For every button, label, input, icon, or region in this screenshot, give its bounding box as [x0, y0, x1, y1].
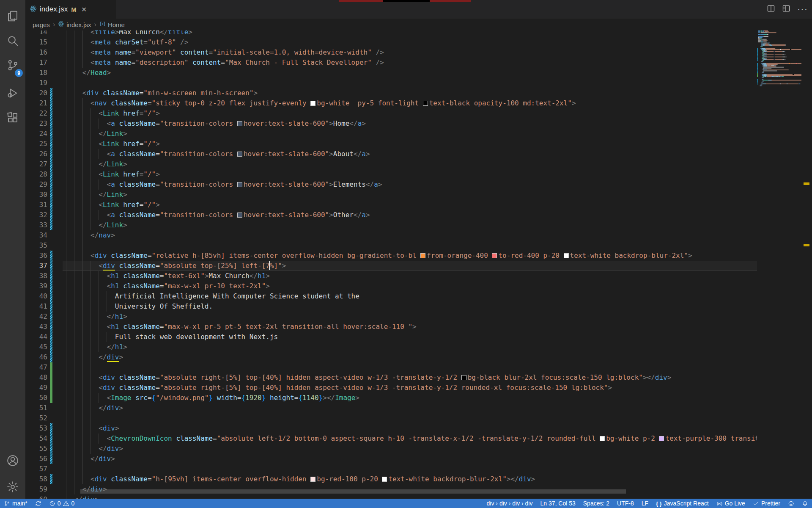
- code-line[interactable]: 16 <meta name="viewport" content="initia…: [25, 47, 757, 58]
- line-number[interactable]: 39: [25, 281, 47, 291]
- breadcrumb-item-Home[interactable]: Home: [99, 21, 125, 28]
- code-line[interactable]: 28 <Link href="/">: [25, 169, 757, 179]
- line-number[interactable]: 32: [25, 210, 47, 220]
- activity-item-accounts[interactable]: [0, 450, 25, 471]
- code-line[interactable]: 42 </h1>: [25, 312, 757, 322]
- code-line[interactable]: 52: [25, 413, 757, 423]
- activity-item-source-control[interactable]: 9: [0, 55, 25, 75]
- line-number[interactable]: 57: [25, 464, 47, 474]
- code-line[interactable]: 54 <ChevronDownIcon className="absolute …: [25, 433, 757, 444]
- code-line[interactable]: 21 <nav className="sticky top-0 z-20 fle…: [25, 98, 757, 108]
- code-line[interactable]: 25 <Link href="/">: [25, 139, 757, 149]
- indentation-status[interactable]: Spaces: 2: [579, 499, 613, 508]
- code-line[interactable]: 22 <Link href="/">: [25, 108, 757, 119]
- code-line[interactable]: 38 <h1 className="text-6xl">Max Church</…: [25, 271, 757, 281]
- line-number[interactable]: 35: [25, 240, 47, 251]
- code-line[interactable]: 49 <div className="absolute right-[5%] t…: [25, 383, 757, 393]
- code-line[interactable]: 17 <meta name="description" content="Max…: [25, 58, 757, 68]
- line-number[interactable]: 49: [25, 383, 47, 393]
- code-line[interactable]: 36 <div className="relative h-[85vh] ite…: [25, 251, 757, 261]
- code-line[interactable]: 47: [25, 362, 757, 373]
- line-number[interactable]: 30: [25, 190, 47, 200]
- line-number[interactable]: 37: [25, 261, 47, 271]
- code-line[interactable]: 27 </Link>: [25, 159, 757, 169]
- line-number[interactable]: 20: [25, 88, 47, 98]
- line-number[interactable]: 31: [25, 200, 47, 210]
- minimap[interactable]: [757, 30, 801, 499]
- prettier-status[interactable]: Prettier: [749, 499, 784, 508]
- line-number[interactable]: 38: [25, 271, 47, 281]
- line-number[interactable]: 17: [25, 58, 47, 68]
- line-number[interactable]: 18: [25, 68, 47, 78]
- code-line[interactable]: 60 </div>: [25, 494, 757, 499]
- code-line[interactable]: 32 <a className="transition-colors hover…: [25, 210, 757, 220]
- feedback-status[interactable]: [784, 499, 798, 508]
- code-line[interactable]: 41 University Of Sheffield.: [25, 301, 757, 312]
- code-line[interactable]: 18 </Head>: [25, 68, 757, 78]
- line-number[interactable]: 47: [25, 362, 47, 373]
- code-line[interactable]: 55 </div>: [25, 444, 757, 454]
- go-live-status[interactable]: Go Live: [713, 499, 749, 508]
- line-number[interactable]: 21: [25, 98, 47, 108]
- customize-layout-icon[interactable]: [782, 4, 790, 14]
- code-line[interactable]: 57: [25, 464, 757, 474]
- code-line[interactable]: 46 </div>: [25, 352, 757, 362]
- line-number[interactable]: 16: [25, 47, 47, 58]
- sync-status[interactable]: [31, 499, 45, 508]
- line-number[interactable]: 52: [25, 413, 47, 423]
- horizontal-scrollbar[interactable]: [80, 489, 626, 494]
- branch-status[interactable]: main*: [0, 499, 31, 508]
- tab-index-jsx[interactable]: index.jsx M ×: [25, 0, 116, 19]
- code-line[interactable]: 56 </div>: [25, 454, 757, 464]
- line-number[interactable]: 56: [25, 454, 47, 464]
- split-editor-icon[interactable]: [767, 4, 775, 14]
- cursor-position-status[interactable]: Ln 37, Col 53: [536, 499, 579, 508]
- line-number[interactable]: 45: [25, 342, 47, 352]
- code-line[interactable]: 45 </h1>: [25, 342, 757, 352]
- line-number[interactable]: 46: [25, 352, 47, 362]
- code-line[interactable]: 19: [25, 78, 757, 88]
- code-line[interactable]: 26 <a className="transition-colors hover…: [25, 149, 757, 159]
- activity-item-extensions[interactable]: [0, 108, 25, 128]
- line-number[interactable]: 41: [25, 301, 47, 312]
- line-number[interactable]: 60: [25, 494, 47, 499]
- line-number[interactable]: 54: [25, 433, 47, 444]
- encoding-status[interactable]: UTF-8: [613, 499, 638, 508]
- line-number[interactable]: 44: [25, 332, 47, 342]
- code-line[interactable]: 14 <title>Max Church</title>: [25, 30, 757, 37]
- line-number[interactable]: 15: [25, 37, 47, 47]
- line-number[interactable]: 53: [25, 423, 47, 433]
- code-line[interactable]: 39 <h1 className="max-w-xl pr-10 text-2x…: [25, 281, 757, 291]
- line-number[interactable]: 51: [25, 403, 47, 413]
- line-number[interactable]: 36: [25, 251, 47, 261]
- breadcrumb-item-pages[interactable]: pages: [33, 21, 50, 28]
- breadcrumb-item-index-jsx[interactable]: index.jsx: [58, 21, 91, 28]
- code-line[interactable]: 29 <a className="transition-colors hover…: [25, 179, 757, 190]
- line-number[interactable]: 59: [25, 484, 47, 494]
- line-number[interactable]: 40: [25, 291, 47, 301]
- line-number[interactable]: 28: [25, 169, 47, 179]
- line-number[interactable]: 42: [25, 312, 47, 322]
- code-line[interactable]: 53 <div>: [25, 423, 757, 433]
- code-line[interactable]: 50 <Image src={"/window.png"} width={192…: [25, 393, 757, 403]
- line-number[interactable]: 43: [25, 322, 47, 332]
- activity-item-explorer[interactable]: [0, 6, 25, 26]
- code-line[interactable]: 33 </Link>: [25, 220, 757, 230]
- line-number[interactable]: 26: [25, 149, 47, 159]
- more-actions-icon[interactable]: ···: [797, 4, 808, 15]
- code-line[interactable]: 30 </Link>: [25, 190, 757, 200]
- code-line[interactable]: 34 </nav>: [25, 230, 757, 240]
- line-number[interactable]: 48: [25, 373, 47, 383]
- code-line[interactable]: 51 </div>: [25, 403, 757, 413]
- eol-status[interactable]: LF: [638, 499, 652, 508]
- code-line[interactable]: 58 <div className="h-[95vh] items-center…: [25, 474, 757, 484]
- line-number[interactable]: 23: [25, 119, 47, 129]
- activity-item-run-debug[interactable]: [0, 83, 25, 103]
- code-line[interactable]: 43 <h1 className="max-w-xl pr-5 pt-5 tex…: [25, 322, 757, 332]
- code-line[interactable]: 40 Artificial Intelligence With Computer…: [25, 291, 757, 301]
- code-line[interactable]: 31 <Link href="/">: [25, 200, 757, 210]
- code-line[interactable]: 23 <a className="transition-colors hover…: [25, 119, 757, 129]
- line-number[interactable]: 22: [25, 108, 47, 119]
- line-number[interactable]: 24: [25, 129, 47, 139]
- overview-ruler[interactable]: [801, 30, 812, 499]
